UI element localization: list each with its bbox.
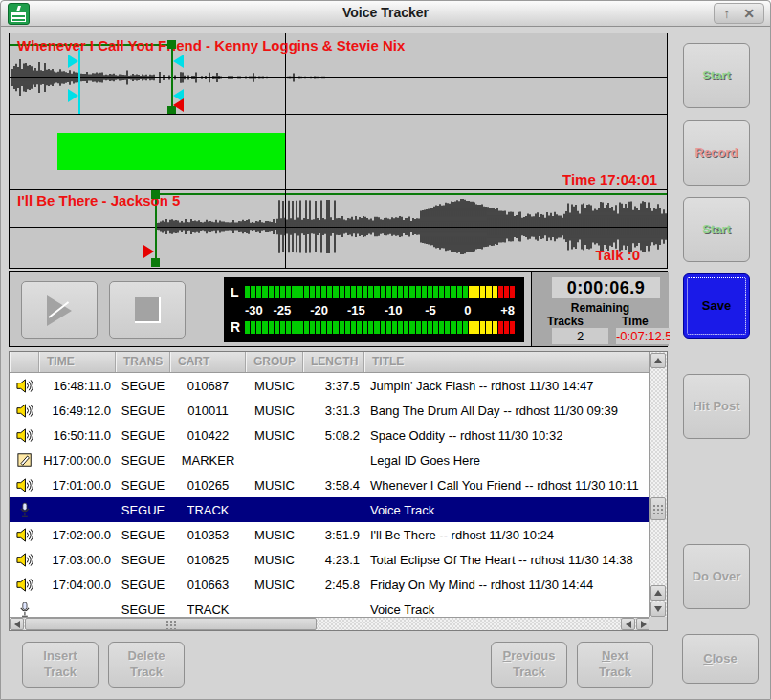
track2-band[interactable]: I'll Be There - Jackson 5 Talk :0 (10, 190, 667, 267)
segue-marker-left-icon[interactable] (173, 98, 184, 112)
mic-icon (10, 499, 39, 521)
scroll-left-button[interactable] (10, 618, 24, 630)
speaker-icon (10, 574, 39, 596)
tracks-label: Tracks (547, 315, 584, 328)
speaker-icon (10, 375, 39, 397)
remaining-panel: 0:00:06.9 Remaining Tracks Time 2 -0:07:… (531, 272, 669, 346)
horizontal-scroll-thumb[interactable] (25, 618, 317, 630)
play-icon (47, 295, 72, 326)
speaker-icon (10, 549, 39, 571)
delete-track-button[interactable]: DeleteTrack (108, 642, 185, 688)
left-arrow-icon (14, 621, 20, 628)
voice-tracker-window: Voice Tracker ↑ ✕ Whenever I Call You Fr… (0, 0, 771, 700)
playout-cursor[interactable] (78, 48, 80, 115)
vu-meter: L -30-25-20-15-10-50+8 R (224, 277, 524, 342)
cue-marker-left-icon[interactable] (173, 55, 184, 68)
deck-divider (285, 33, 286, 268)
col-cart: CART (170, 352, 246, 372)
scroll-down-button[interactable] (650, 602, 666, 617)
down-arrow-icon (654, 606, 662, 612)
hit-post-button[interactable]: Hit Post (683, 374, 750, 439)
deck-time-label: Time 17:04:01 (562, 171, 657, 187)
remaining-label: Remaining (532, 301, 669, 315)
play-button[interactable] (21, 281, 98, 339)
col-time: TIME (39, 352, 116, 372)
vu-bar-right (245, 321, 515, 334)
log-list: TIME TRANS CART GROUP LENGTH TITLE 16:48… (9, 351, 668, 631)
table-row[interactable]: 16:49:12.0SEGUE010011MUSIC3:31.3Bang The… (10, 398, 650, 423)
track2-start-handle-bottom[interactable] (151, 258, 160, 267)
waveform-deck[interactable]: Whenever I Call You Friend - Kenny Loggi… (9, 33, 668, 269)
marker-icon (10, 449, 39, 470)
previous-track-button[interactable]: PreviousTrack (491, 642, 567, 688)
vertical-scroll-thumb[interactable] (650, 497, 666, 520)
start-button-top[interactable]: Start (683, 43, 750, 108)
vertical-scrollbar[interactable] (649, 352, 667, 617)
titlebar[interactable]: Voice Tracker ↑ ✕ (1, 1, 770, 27)
col-title: TITLE (364, 352, 650, 372)
next-track-button[interactable]: NextTrack (577, 642, 653, 688)
table-row[interactable]: SEGUETRACKVoice Track (10, 597, 650, 617)
left-arrow-icon (626, 621, 631, 628)
track1-band[interactable]: Whenever I Call You Friend - Kenny Loggi… (10, 33, 667, 115)
window-controls: ↑ ✕ (714, 3, 764, 24)
shade-icon[interactable]: ↑ (723, 7, 730, 20)
table-header: TIME TRANS CART GROUP LENGTH TITLE (10, 352, 650, 373)
table-row[interactable]: 17:04:00.0SEGUE010663MUSIC2:45.8Friday O… (10, 572, 650, 597)
stop-button[interactable] (109, 281, 186, 339)
table-row[interactable]: SEGUETRACKVoice Track (10, 497, 650, 522)
col-group: GROUP (246, 352, 303, 372)
stop-icon (135, 297, 161, 323)
close-button[interactable]: Close (682, 634, 759, 684)
col-icon (10, 352, 39, 372)
record-button[interactable]: Record (683, 120, 750, 186)
waveform-1 (11, 58, 326, 97)
save-button[interactable]: Save (683, 273, 750, 339)
up-arrow-icon (654, 590, 662, 596)
horizontal-scrollbar[interactable] (10, 617, 650, 630)
speaker-icon (10, 400, 39, 422)
track2-start-handle-top[interactable] (151, 190, 160, 199)
insert-track-button[interactable]: InsertTrack (22, 642, 99, 688)
table-row[interactable]: 17:03:00.0SEGUE010625MUSIC4:23.1Total Ec… (10, 547, 650, 572)
time-label: Time (622, 315, 649, 328)
vu-bar-left (245, 286, 515, 298)
track1-title: Whenever I Call You Friend - Kenny Loggi… (17, 37, 405, 54)
elapsed-time-display: 0:00:06.9 (552, 277, 660, 298)
scrollbar-corner (649, 617, 667, 630)
table-row[interactable]: 16:50:11.0SEGUE010422MUSIC5:08.2Space Od… (10, 423, 650, 448)
vu-right-label: R (231, 319, 240, 335)
tracks-remaining-value: 2 (552, 328, 608, 344)
track-start-handle-top[interactable] (167, 40, 176, 49)
time-remaining-value: -0:07:12.5 (616, 328, 670, 344)
vu-scale: -30-25-20-15-10-50+8 (245, 303, 515, 317)
window-title: Voice Tracker (1, 5, 770, 20)
cue-marker-right-icon[interactable] (68, 89, 78, 102)
waveform-2 (157, 198, 667, 255)
table-row[interactable]: H17:00:00.0SEGUEMARKERLegal ID Goes Here (10, 448, 650, 472)
do-over-button[interactable]: Do Over (683, 544, 750, 609)
col-trans: TRANS (116, 352, 170, 372)
vu-left-label: L (231, 285, 239, 300)
scroll-up-button[interactable] (650, 353, 666, 368)
segue-marker-right-icon[interactable] (143, 245, 154, 258)
table-row[interactable]: 16:48:11.0SEGUE010687MUSIC3:37.5Jumpin' … (10, 373, 650, 398)
start-button-bottom[interactable]: Start (683, 197, 750, 262)
col-length: LENGTH (303, 352, 364, 372)
track2-rail-line (155, 193, 667, 195)
up-arrow-icon (654, 358, 662, 363)
table-row[interactable]: 17:01:00.0SEGUE010265MUSIC3:58.4Whenever… (10, 472, 650, 497)
close-window-icon[interactable]: ✕ (743, 7, 755, 20)
voicetrack-band[interactable]: Time 17:04:01 (10, 115, 667, 190)
tracklist-rows: 16:48:11.0SEGUE010687MUSIC3:37.5Jumpin' … (10, 373, 650, 617)
speaker-icon (10, 474, 39, 496)
table-row[interactable]: 17:02:00.0SEGUE010353MUSIC3:51.9I'll Be … (10, 522, 650, 547)
scroll-left-button-2[interactable] (621, 618, 635, 630)
voice-track-region[interactable] (57, 133, 285, 170)
scroll-up-button-2[interactable] (650, 585, 666, 601)
transport-panel: L -30-25-20-15-10-50+8 R 0:00:06.9 Remai… (9, 271, 668, 347)
right-arrow-icon (641, 621, 647, 628)
speaker-icon (10, 524, 39, 546)
cue-marker-right-icon[interactable] (68, 55, 78, 68)
mic-icon (10, 599, 39, 618)
